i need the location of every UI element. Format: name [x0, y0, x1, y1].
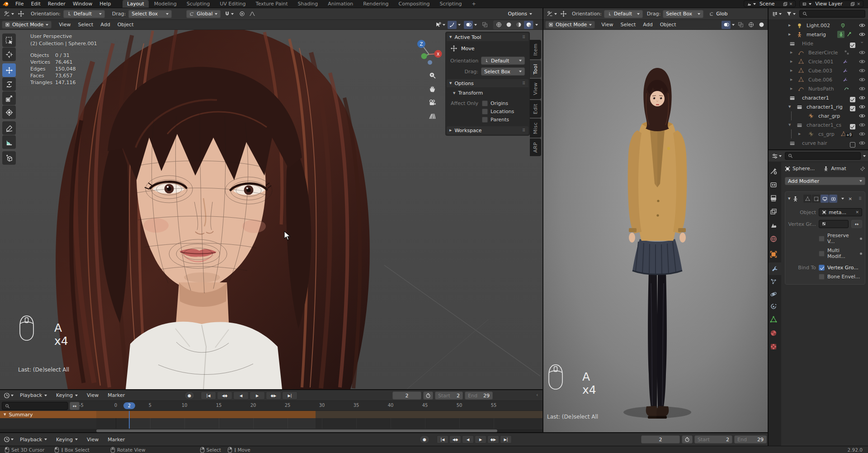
- modifier-extras-caret[interactable]: [841, 198, 844, 200]
- outliner-row-cube003[interactable]: ▶ Cube.003: [769, 66, 868, 75]
- sidebar-tab-view[interactable]: View: [530, 79, 541, 99]
- curve-data-icon[interactable]: [844, 50, 849, 55]
- next-keyframe-button[interactable]: ◆▶: [487, 435, 499, 443]
- expand-icon[interactable]: ▼: [788, 105, 791, 109]
- viewport-menu-add[interactable]: Add: [97, 20, 113, 29]
- use-preview-range-button[interactable]: [423, 391, 433, 400]
- editor-type-selector[interactable]: [3, 435, 14, 443]
- vertex-group-field[interactable]: [819, 220, 849, 228]
- outliner-row-curve-hair[interactable]: curve hair: [769, 138, 868, 148]
- play-button[interactable]: ▶: [475, 435, 486, 443]
- xray-toggle[interactable]: [480, 21, 489, 29]
- tab-tool[interactable]: [770, 167, 777, 175]
- play-reverse-button[interactable]: ◀: [233, 391, 249, 400]
- outliner-row-metarig[interactable]: ▶ metarig: [769, 30, 868, 39]
- on-cage-toggle[interactable]: [803, 195, 811, 203]
- hide-icon[interactable]: [859, 86, 865, 92]
- expand-icon[interactable]: ▼: [788, 123, 791, 127]
- jump-start-button[interactable]: |◀: [201, 391, 216, 400]
- snap-toggle[interactable]: [223, 10, 235, 18]
- workspace-tab-animation[interactable]: Animation: [323, 0, 358, 8]
- outliner-row-cs-grp[interactable]: ▶ cs_grp +9: [769, 129, 868, 138]
- viewport-menu-view[interactable]: View: [598, 20, 617, 29]
- expand-icon[interactable]: ▶: [788, 33, 791, 36]
- workspace-tab-uv-editing[interactable]: UV Editing: [215, 0, 250, 8]
- move-tool-icon[interactable]: [18, 10, 24, 17]
- gizmos-toggle[interactable]: [448, 21, 457, 29]
- shading-wireframe-button[interactable]: [494, 21, 503, 29]
- prev-keyframe-button[interactable]: ◀◆: [449, 435, 461, 443]
- drag-handle-icon[interactable]: ⠿: [522, 81, 526, 86]
- workspace-tab-sculpting[interactable]: Sculpting: [182, 0, 214, 8]
- shading-solid-button[interactable]: [757, 21, 766, 29]
- workspace-tab-rendering[interactable]: Rendering: [359, 0, 393, 8]
- remove-view-layer-icon[interactable]: ✕: [857, 2, 860, 6]
- light-data-icon[interactable]: [840, 23, 846, 29]
- options-button[interactable]: Options: [505, 10, 535, 18]
- auto-key-button[interactable]: ●: [184, 391, 194, 400]
- multi-modifier-row[interactable]: Multi Modif...: [819, 248, 857, 259]
- hide-icon[interactable]: [859, 31, 865, 38]
- orientation-dropdown[interactable]: Default: [604, 10, 643, 18]
- blender-logo-icon[interactable]: [3, 1, 9, 7]
- jump-end-button[interactable]: ▶|: [500, 435, 512, 443]
- add-workspace-button[interactable]: +: [467, 0, 480, 8]
- modifier-panel-header[interactable]: ▼ ✕ ⠿: [788, 195, 862, 203]
- outliner-row-char-grp[interactable]: char_grp: [769, 111, 868, 120]
- add-cube-tool-button[interactable]: [2, 151, 16, 165]
- display-mode-dropdown[interactable]: [771, 10, 783, 18]
- object-field[interactable]: meta... ✕: [819, 208, 862, 216]
- current-frame-badge[interactable]: 2: [123, 402, 135, 409]
- modifier-wrench-icon[interactable]: [843, 77, 848, 82]
- measure-tool-button[interactable]: [2, 135, 16, 149]
- tab-texture[interactable]: [770, 343, 777, 350]
- pose-data-icon[interactable]: [846, 32, 851, 37]
- hide-icon[interactable]: [859, 113, 865, 119]
- outliner-row-character1-cs[interactable]: ▼ character1_cs: [769, 120, 868, 129]
- auto-key-button[interactable]: ●: [420, 435, 429, 443]
- annotate-tool-button[interactable]: [2, 121, 16, 135]
- pan-view-icon[interactable]: [429, 85, 436, 93]
- origins-checkbox-row[interactable]: Origins: [482, 100, 508, 106]
- sidebar-tab-arp[interactable]: ARP: [530, 138, 541, 156]
- sidebar-tab-edit[interactable]: Edit: [530, 100, 541, 118]
- outliner-row-hide-collection[interactable]: Hide ⌄: [769, 39, 868, 48]
- properties-options-caret[interactable]: [863, 155, 866, 157]
- filter-dropdown[interactable]: [785, 10, 797, 18]
- invert-vertex-group-button[interactable]: ↔: [851, 220, 862, 228]
- menu-render[interactable]: Render: [44, 0, 69, 8]
- menu-help[interactable]: Help: [96, 0, 114, 8]
- view-layer-selector[interactable]: View Layer ✕: [799, 0, 863, 7]
- timeline-menu-keying[interactable]: Keying: [52, 433, 81, 446]
- tab-world[interactable]: [770, 235, 777, 243]
- bind-vertex-groups-row[interactable]: Vertex Gro...: [819, 265, 859, 271]
- pin-icon[interactable]: [860, 166, 865, 172]
- perspective-toggle-icon[interactable]: [429, 112, 436, 120]
- expand-icon[interactable]: ▶: [790, 69, 793, 72]
- viewport-menu-select[interactable]: Select: [74, 20, 97, 29]
- move-tool-icon[interactable]: [560, 10, 567, 17]
- scale-tool-button[interactable]: [2, 91, 16, 105]
- use-preview-range-button[interactable]: [682, 435, 693, 443]
- delete-modifier-icon[interactable]: ✕: [848, 196, 852, 201]
- mode-dropdown[interactable]: Object Mode: [545, 21, 595, 29]
- parents-checkbox-row[interactable]: Parents: [482, 117, 509, 123]
- tab-material[interactable]: [770, 329, 777, 337]
- clear-object-icon[interactable]: ✕: [855, 210, 859, 215]
- hide-icon[interactable]: [859, 104, 865, 110]
- tab-render[interactable]: [770, 181, 777, 188]
- viewport-menu-select[interactable]: Select: [617, 20, 639, 29]
- workspace-panel-header[interactable]: ▶ Workspace ⠿: [447, 126, 528, 134]
- unlink-scene-icon[interactable]: ✕: [789, 2, 793, 6]
- overlays-dropdown-caret[interactable]: [474, 24, 477, 26]
- realtime-toggle[interactable]: [821, 195, 829, 203]
- menu-file[interactable]: File: [12, 0, 27, 8]
- dope-sheet-ruler[interactable]: ↔ -5 0 5 10 15 20 25 30 35 40 45 50 55 2: [0, 401, 542, 411]
- frame-end-field[interactable]: End29: [734, 435, 767, 443]
- shading-rendered-button[interactable]: [524, 21, 533, 29]
- workspace-tab-layout[interactable]: Layout: [123, 0, 148, 8]
- transform-subpanel-header[interactable]: ▼ Transform: [447, 87, 528, 97]
- add-modifier-dropdown[interactable]: Add Modifier: [785, 177, 865, 185]
- pivot-dropdown[interactable]: Glob: [709, 11, 727, 17]
- summary-channel[interactable]: ▼ Summary: [0, 411, 96, 418]
